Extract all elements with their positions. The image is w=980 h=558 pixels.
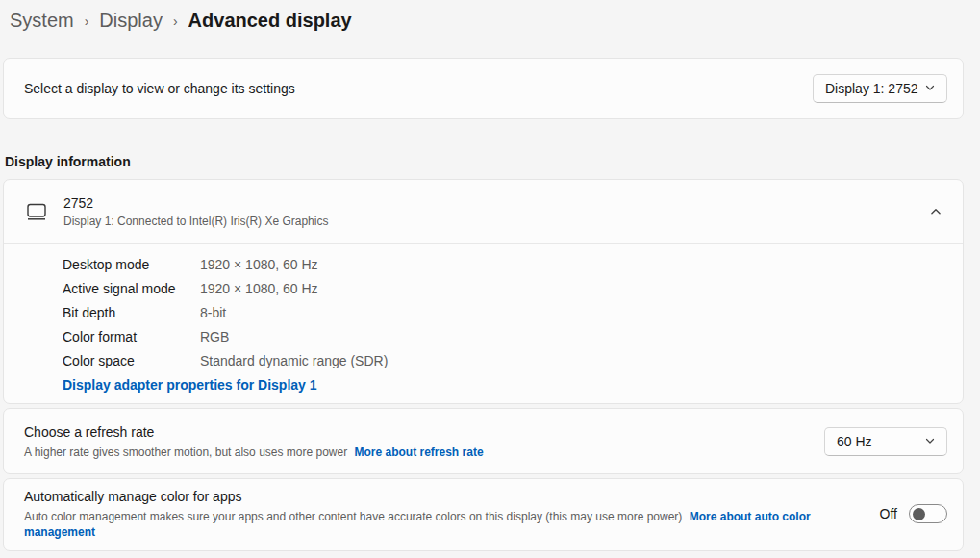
display-titles: 2752 Display 1: Connected to Intel(R) Ir…: [63, 194, 928, 229]
detail-label: Color space: [63, 353, 200, 368]
display-select-dropdown[interactable]: Display 1: 2752: [813, 74, 947, 103]
detail-value: 1920 × 1080, 60 Hz: [200, 281, 318, 296]
breadcrumb-item-system[interactable]: System: [10, 7, 74, 34]
auto-color-description-text: Auto color management makes sure your ap…: [24, 510, 682, 523]
detail-row-color-format: Color format RGB: [63, 324, 963, 348]
chevron-down-icon: [924, 81, 936, 96]
auto-color-description: Auto color management makes sure your ap…: [24, 509, 820, 540]
refresh-rate-description-text: A higher rate gives smoother motion, but…: [24, 445, 347, 459]
detail-row-active-signal-mode: Active signal mode 1920 × 1080, 60 Hz: [63, 276, 963, 300]
select-display-card: Select a display to view or change its s…: [3, 58, 964, 119]
auto-color-toggle-group: Off: [880, 504, 947, 523]
display-information-heading: Display information: [5, 152, 964, 171]
monitor-icon: [26, 201, 47, 222]
detail-value: 1920 × 1080, 60 Hz: [200, 257, 318, 272]
detail-label: Active signal mode: [63, 281, 200, 296]
refresh-rate-description: A higher rate gives smoother motion, but…: [24, 444, 484, 460]
detail-row-color-space: Color space Standard dynamic range (SDR): [63, 348, 963, 372]
detail-label: Bit depth: [63, 305, 200, 320]
breadcrumb-separator-icon: ›: [85, 6, 89, 35]
auto-color-card: Automatically manage color for apps Auto…: [3, 478, 964, 551]
breadcrumb-item-display[interactable]: Display: [99, 7, 163, 34]
display-details: Desktop mode 1920 × 1080, 60 Hz Active s…: [4, 244, 963, 403]
display-information-card: 2752 Display 1: Connected to Intel(R) Ir…: [3, 179, 964, 404]
refresh-rate-card: Choose a refresh rate A higher rate give…: [3, 408, 964, 474]
auto-color-text: Automatically manage color for apps Auto…: [24, 488, 820, 540]
detail-value: Standard dynamic range (SDR): [200, 353, 388, 368]
refresh-rate-value: 60 Hz: [837, 434, 872, 449]
detail-label: Desktop mode: [63, 257, 200, 272]
auto-color-toggle[interactable]: [909, 504, 947, 523]
auto-color-title: Automatically manage color for apps: [24, 488, 820, 505]
display-subtitle: Display 1: Connected to Intel(R) Iris(R)…: [63, 215, 928, 229]
page-title: Advanced display: [188, 7, 352, 34]
display-adapter-properties-link[interactable]: Display adapter properties for Display 1: [63, 375, 317, 394]
detail-row-desktop-mode: Desktop mode 1920 × 1080, 60 Hz: [63, 252, 963, 276]
display-select-value: Display 1: 2752: [825, 81, 918, 96]
refresh-rate-title: Choose a refresh rate: [24, 423, 484, 441]
detail-row-bit-depth: Bit depth 8-bit: [63, 300, 963, 324]
display-name: 2752: [63, 194, 928, 212]
refresh-rate-dropdown[interactable]: 60 Hz: [824, 427, 947, 456]
chevron-down-icon: [924, 434, 936, 449]
breadcrumb: System › Display › Advanced display: [0, 0, 980, 35]
more-about-refresh-rate-link[interactable]: More about refresh rate: [355, 445, 484, 459]
refresh-rate-text: Choose a refresh rate A higher rate give…: [24, 423, 484, 460]
detail-label: Color format: [63, 329, 200, 344]
toggle-state-label: Off: [880, 506, 897, 521]
breadcrumb-separator-icon: ›: [173, 6, 178, 35]
toggle-knob: [913, 508, 925, 520]
settings-content: Select a display to view or change its s…: [3, 58, 964, 551]
detail-value: 8-bit: [200, 305, 226, 320]
detail-value: RGB: [200, 329, 229, 344]
display-information-expander-header[interactable]: 2752 Display 1: Connected to Intel(R) Ir…: [4, 180, 963, 244]
chevron-up-icon[interactable]: [928, 204, 943, 219]
select-display-label: Select a display to view or change its s…: [24, 81, 295, 96]
